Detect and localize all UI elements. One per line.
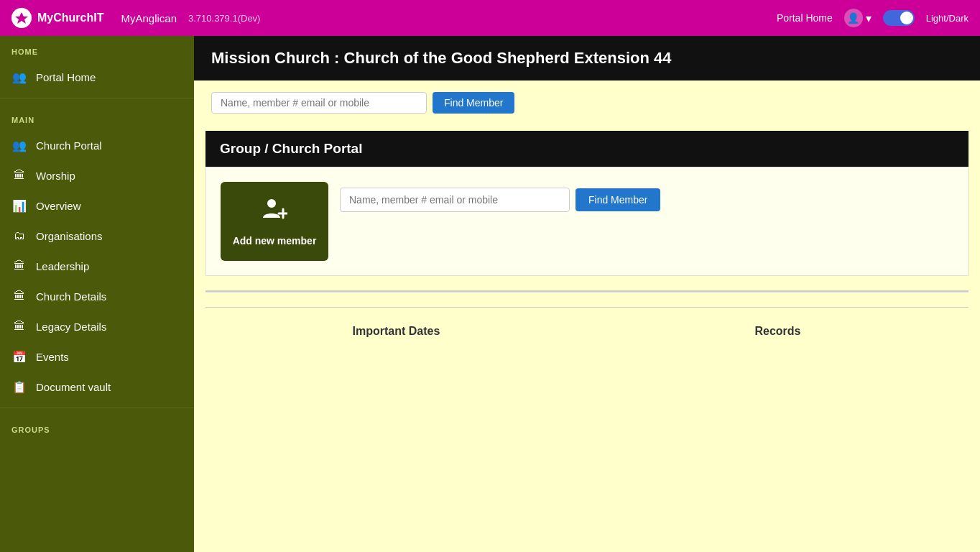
toggle-knob [900, 12, 913, 24]
light-dark-toggle[interactable] [883, 10, 915, 26]
sidebar-item-church-details-label: Church Details [36, 290, 106, 303]
user-avatar-icon: 👤 [844, 9, 863, 27]
navbar-brand: MyChurchIT [11, 8, 103, 28]
sidebar-item-leadership[interactable]: 🏛 Leadership [0, 251, 194, 281]
church-portal-icon: 👥 [11, 137, 27, 153]
navbar-sub-name: MyAnglican [121, 12, 177, 24]
bottom-divider-2 [205, 292, 969, 293]
navbar-right: Portal Home 👤 ▾ Light/Dark [777, 9, 969, 27]
content-area: Mission Church : Church of the Good Shep… [194, 36, 980, 552]
important-dates-col: Important Dates [205, 319, 587, 344]
sidebar-section-main: MAIN [0, 104, 194, 130]
sidebar-item-worship-label: Worship [36, 170, 75, 182]
user-menu[interactable]: 👤 ▾ [844, 9, 872, 27]
sidebar-item-legacy-details[interactable]: 🏛 Legacy Details [0, 311, 194, 341]
sidebar-item-document-vault[interactable]: 📋 Document vault [0, 372, 194, 402]
portal-search-input[interactable] [340, 188, 570, 212]
portal-search-row: Find Member [340, 182, 660, 212]
sidebar-item-events[interactable]: 📅 Events [0, 341, 194, 372]
sidebar: HOME 👥 Portal Home MAIN 👥 Church Portal … [0, 36, 194, 552]
legacy-details-icon: 🏛 [11, 318, 27, 334]
top-find-member-button[interactable]: Find Member [433, 92, 514, 114]
user-chevron-icon: ▾ [866, 12, 872, 25]
sidebar-item-organisations-label: Organisations [36, 230, 103, 242]
portal-row: Add new member Find Member [221, 182, 953, 261]
sidebar-item-events-label: Events [36, 351, 69, 363]
main-layout: HOME 👥 Portal Home MAIN 👥 Church Portal … [0, 36, 980, 552]
overview-icon: 📊 [11, 198, 27, 213]
app-logo [11, 8, 32, 28]
church-details-icon: 🏛 [11, 288, 27, 304]
sidebar-divider-2 [0, 408, 194, 408]
sidebar-item-overview-label: Overview [36, 200, 81, 212]
portal-home-link[interactable]: Portal Home [777, 12, 833, 24]
svg-point-1 [267, 199, 276, 208]
sidebar-item-portal-home[interactable]: 👥 Portal Home [0, 62, 194, 92]
document-vault-icon: 📋 [11, 379, 27, 395]
group-church-portal-section: Group / Church Portal [205, 131, 969, 276]
svg-marker-0 [15, 12, 28, 24]
add-member-label: Add new member [233, 235, 317, 247]
add-new-member-card[interactable]: Add new member [221, 182, 328, 261]
events-icon: 📅 [11, 349, 27, 364]
add-member-icon [262, 196, 287, 228]
sidebar-item-organisations[interactable]: 🗂 Organisations [0, 221, 194, 251]
light-dark-label: Light/Dark [926, 13, 969, 24]
sidebar-item-worship[interactable]: 🏛 Worship [0, 160, 194, 190]
records-col: Records [587, 319, 969, 344]
sidebar-item-church-portal[interactable]: 👥 Church Portal [0, 130, 194, 160]
organisations-icon: 🗂 [11, 228, 27, 244]
records-title: Records [587, 319, 969, 344]
top-search-input[interactable] [211, 92, 427, 114]
sidebar-divider-1 [0, 98, 194, 98]
navbar: MyChurchIT MyAnglican 3.710.379.1(Dev) P… [0, 0, 980, 36]
sidebar-item-portal-home-label: Portal Home [36, 71, 96, 83]
content-wrapper: Find Member Group / Church Portal [194, 92, 980, 344]
sidebar-item-leadership-label: Leadership [36, 260, 89, 272]
sidebar-item-church-portal-label: Church Portal [36, 139, 102, 152]
group-portal-body: Add new member Find Member [205, 167, 969, 276]
bottom-row: Important Dates Records [205, 307, 969, 344]
sidebar-item-legacy-details-label: Legacy Details [36, 321, 106, 333]
app-name: MyChurchIT [37, 12, 103, 24]
group-portal-header: Group / Church Portal [205, 131, 969, 167]
navbar-version: 3.710.379.1(Dev) [188, 13, 260, 24]
sidebar-item-church-details[interactable]: 🏛 Church Details [0, 281, 194, 311]
sidebar-section-home: HOME [0, 36, 194, 62]
top-search-bar: Find Member [205, 92, 969, 114]
sidebar-item-overview[interactable]: 📊 Overview [0, 190, 194, 221]
portal-find-member-button[interactable]: Find Member [575, 188, 660, 211]
important-dates-title: Important Dates [205, 319, 587, 344]
page-title: Mission Church : Church of the Good Shep… [194, 36, 980, 80]
sidebar-section-groups: GROUPS [0, 414, 194, 440]
sidebar-item-document-vault-label: Document vault [36, 381, 111, 393]
leadership-icon: 🏛 [11, 258, 27, 274]
worship-icon: 🏛 [11, 167, 27, 183]
portal-home-icon: 👥 [11, 69, 27, 85]
